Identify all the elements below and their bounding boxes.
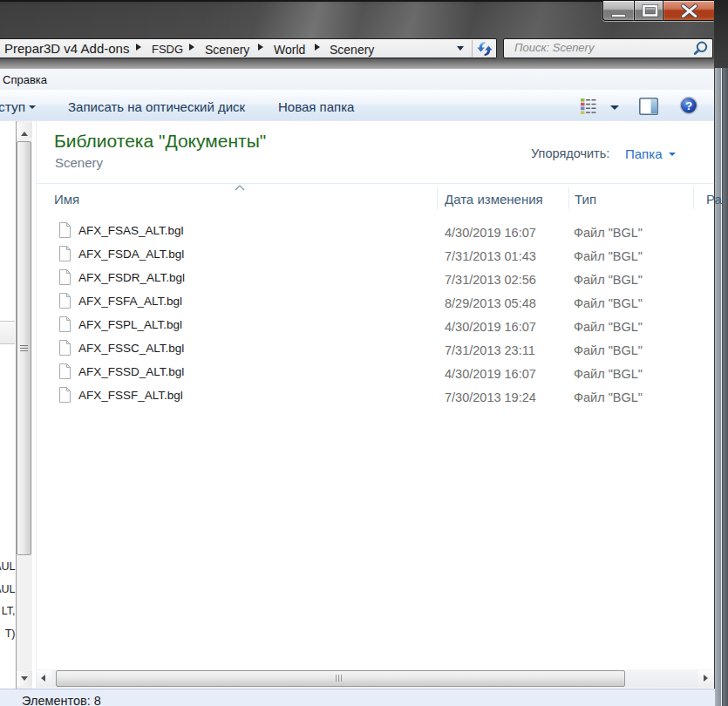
svg-text:?: ? — [685, 99, 692, 112]
